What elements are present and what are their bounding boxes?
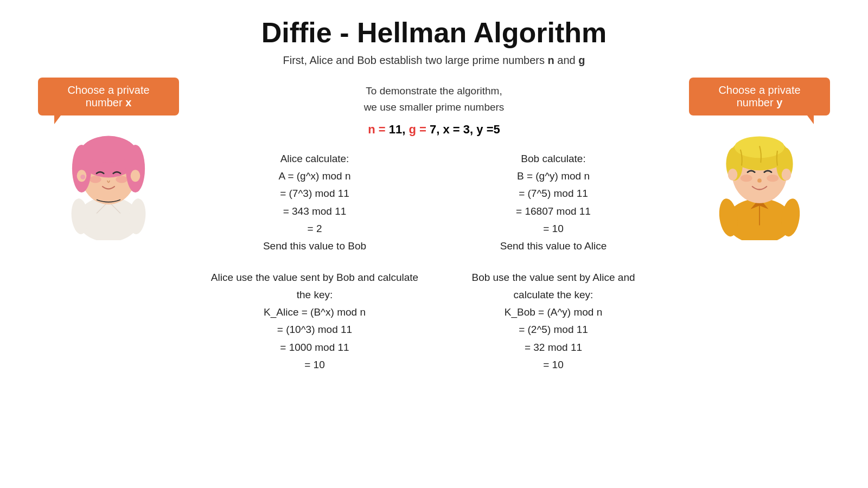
- svg-point-14: [90, 176, 101, 183]
- subtitle-n: n: [548, 54, 554, 66]
- bob-key-line3: = 32 mod 11: [434, 339, 673, 356]
- svg-point-13: [80, 175, 85, 179]
- bob-calc-line1: B = (g^y) mod n: [434, 168, 673, 185]
- key-section: Alice use the value sent by Bob and calc…: [195, 261, 673, 374]
- alice-avatar: [49, 121, 168, 240]
- main-title: Diffie - Hellman Algorithm: [261, 16, 607, 49]
- content-area: Choose a private number x: [22, 78, 846, 477]
- svg-point-31: [757, 178, 762, 183]
- demo-text: To demonstrate the algorithm, we use sma…: [364, 83, 505, 116]
- alice-key-line0: Alice use the value sent by Bob and calc…: [195, 269, 434, 286]
- demo-g-label: g =: [409, 123, 426, 136]
- alice-avatar-container: [49, 126, 168, 235]
- bob-key-box: Bob use the value sent by Alice and calc…: [434, 269, 673, 374]
- bob-column: Choose a private number y: [673, 78, 846, 235]
- demo-line2: we use smaller prime numbers: [364, 99, 505, 115]
- bob-calculations: Bob calculate: B = (g^y) mod n = (7^5) m…: [434, 142, 673, 255]
- alice-key-line3: = 1000 mod 11: [195, 339, 434, 356]
- subtitle-g: g: [578, 54, 585, 66]
- alice-key: Alice use the value sent by Bob and calc…: [195, 261, 434, 374]
- alice-calc-line4: = 2: [195, 220, 434, 237]
- calculations-row: Alice calculate: A = (g^x) mod n = (7^3)…: [195, 142, 673, 255]
- bob-calc-title: Bob calculate:: [434, 150, 673, 168]
- subtitle-text-middle: and: [554, 54, 578, 66]
- alice-calc-line1: A = (g^x) mod n: [195, 168, 434, 185]
- alice-calc-send: Send this value to Bob: [195, 237, 434, 255]
- subtitle: First, Alice and Bob establish two large…: [283, 54, 585, 67]
- bob-avatar: [700, 121, 819, 240]
- bob-avatar-container: [700, 126, 819, 235]
- bob-key-line2: = (2^5) mod 11: [434, 321, 673, 338]
- bob-bubble: Choose a private number y: [689, 78, 830, 115]
- bob-y-label: y: [776, 97, 782, 108]
- demo-y-val: y: [476, 123, 483, 136]
- alice-bubble: Choose a private number x: [38, 78, 179, 115]
- svg-point-30: [767, 175, 778, 182]
- demo-n-label: n =: [368, 123, 385, 136]
- alice-calc-box: Alice calculate: A = (g^x) mod n = (7^3)…: [195, 150, 434, 255]
- demo-line1: To demonstrate the algorithm,: [364, 83, 505, 99]
- alice-key-line0b: the key:: [195, 286, 434, 304]
- alice-key-box: Alice use the value sent by Bob and calc…: [195, 269, 434, 374]
- svg-point-27: [728, 169, 738, 181]
- svg-point-29: [741, 175, 752, 182]
- bob-calc-line4: = 10: [434, 220, 673, 237]
- alice-calc-line2: = (7^3) mod 11: [195, 185, 434, 202]
- bob-bubble-text: Choose a private number y: [718, 84, 800, 108]
- bob-key-line4: = 10: [434, 356, 673, 374]
- demo-x-val: x: [443, 123, 449, 136]
- middle-column: To demonstrate the algorithm, we use sma…: [195, 78, 673, 374]
- alice-calculations: Alice calculate: A = (g^x) mod n = (7^3)…: [195, 142, 434, 255]
- svg-point-12: [131, 170, 141, 182]
- bob-calc-line2: = (7^5) mod 11: [434, 185, 673, 202]
- bob-calc-box: Bob calculate: B = (g^y) mod n = (7^5) m…: [434, 150, 673, 255]
- bob-key-line0b: calculate the key:: [434, 286, 673, 304]
- svg-point-15: [116, 176, 127, 183]
- alice-x-label: x: [125, 97, 131, 108]
- bob-key-line0: Bob use the value sent by Alice and: [434, 269, 673, 286]
- page: Diffie - Hellman Algorithm First, Alice …: [0, 0, 868, 488]
- demo-values: n = 11, g = 7, x = 3, y =5: [368, 123, 500, 137]
- alice-key-line2: = (10^3) mod 11: [195, 321, 434, 338]
- bob-calc-line3: = 16807 mod 11: [434, 203, 673, 220]
- alice-calc-line3: = 343 mod 11: [195, 203, 434, 220]
- bob-calc-send: Send this value to Alice: [434, 237, 673, 255]
- alice-key-line4: = 10: [195, 356, 434, 374]
- bob-key: Bob use the value sent by Alice and calc…: [434, 261, 673, 374]
- alice-calc-title: Alice calculate:: [195, 150, 434, 168]
- bob-key-line1: K_Bob = (A^y) mod n: [434, 304, 673, 321]
- svg-point-10: [82, 137, 135, 163]
- alice-key-line1: K_Alice = (B^x) mod n: [195, 304, 434, 321]
- alice-column: Choose a private number x: [22, 78, 195, 235]
- subtitle-text-before: First, Alice and Bob establish two large…: [283, 54, 548, 66]
- alice-bubble-text: Choose a private number x: [67, 84, 149, 108]
- svg-point-28: [782, 169, 792, 181]
